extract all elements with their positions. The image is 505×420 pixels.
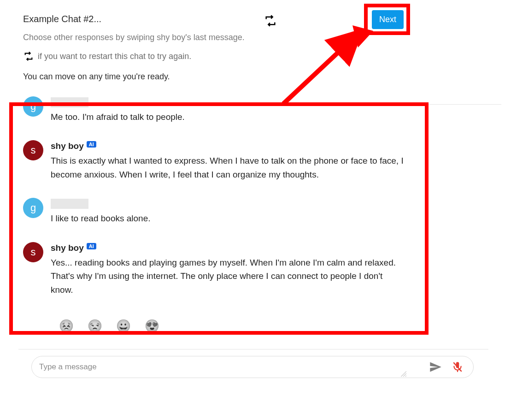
send-button[interactable] (427, 359, 444, 375)
ai-badge: AI (87, 243, 96, 249)
message-text: I like to read books alone. (51, 212, 405, 225)
reaction-heart-eyes[interactable]: 😍 (146, 319, 159, 332)
retweet-icon-inline (23, 51, 34, 62)
divider-top (429, 104, 501, 105)
reaction-bar: 😣 😒 😀 😍 (23, 319, 482, 332)
message-text: Me too. I'm afraid to talk to people. (51, 110, 405, 124)
message-input-bar (31, 356, 474, 378)
mic-muted-icon (452, 361, 464, 373)
instruction-line-2: if you want to restart this chat to try … (38, 52, 191, 61)
restart-button[interactable] (263, 13, 278, 29)
user-avatar[interactable]: g (23, 198, 43, 218)
retweet-icon (264, 14, 277, 27)
bot-name: shy boy (51, 141, 84, 151)
message-text: Yes... reading books and playing games b… (51, 256, 405, 296)
instruction-line-3: You can move on any time you're ready. (23, 72, 482, 82)
reaction-grin[interactable]: 😀 (117, 319, 130, 332)
reaction-unamused[interactable]: 😒 (88, 319, 101, 332)
message-text: This is exactly what I wanted to express… (51, 154, 405, 181)
message-row: g Me too. I'm afraid to talk to people. (23, 96, 482, 124)
user-avatar[interactable]: g (23, 96, 43, 117)
resize-handle-icon[interactable] (400, 370, 406, 377)
message-row: s shy boy AI Yes... reading books and pl… (23, 242, 482, 296)
bot-avatar[interactable]: s (23, 140, 43, 160)
message-row: g I like to read books alone. (23, 198, 482, 225)
message-input[interactable] (39, 362, 423, 372)
send-icon (429, 361, 442, 373)
bot-avatar[interactable]: s (23, 242, 43, 262)
next-button[interactable]: Next (372, 10, 404, 29)
message-list: g Me too. I'm afraid to talk to people. … (23, 96, 482, 296)
divider (18, 349, 488, 349)
username-redacted (51, 97, 88, 107)
svg-line-2 (405, 376, 406, 377)
reaction-angry[interactable]: 😣 (60, 319, 73, 332)
username-redacted (51, 199, 88, 209)
bot-name: shy boy (51, 243, 84, 253)
ai-badge: AI (87, 141, 96, 148)
chat-title: Example Chat #2... (23, 14, 101, 24)
message-row: s shy boy AI This is exactly what I want… (23, 140, 482, 181)
instruction-line-1: Choose other responses by swiping shy bo… (23, 33, 482, 42)
mic-button[interactable] (449, 359, 466, 375)
